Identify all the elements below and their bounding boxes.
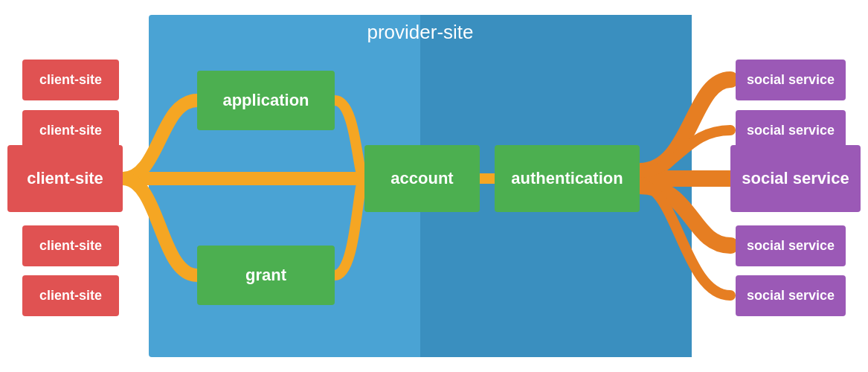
diagram-container: provider-site (0, 0, 868, 372)
social-box-main: social service (730, 145, 861, 212)
social-box-top1: social service (736, 60, 846, 100)
grant-box: grant (197, 246, 335, 305)
client-box-main: client-site (7, 145, 123, 212)
client-box-bot1: client-site (22, 225, 119, 266)
application-box: application (197, 71, 335, 130)
authentication-box: authentication (495, 145, 640, 212)
account-box: account (364, 145, 480, 212)
client-box-bot2: client-site (22, 275, 119, 316)
social-box-bot1: social service (736, 225, 846, 266)
client-box-top1: client-site (22, 60, 119, 100)
provider-label: provider-site (149, 21, 692, 44)
social-box-bot2: social service (736, 275, 846, 316)
